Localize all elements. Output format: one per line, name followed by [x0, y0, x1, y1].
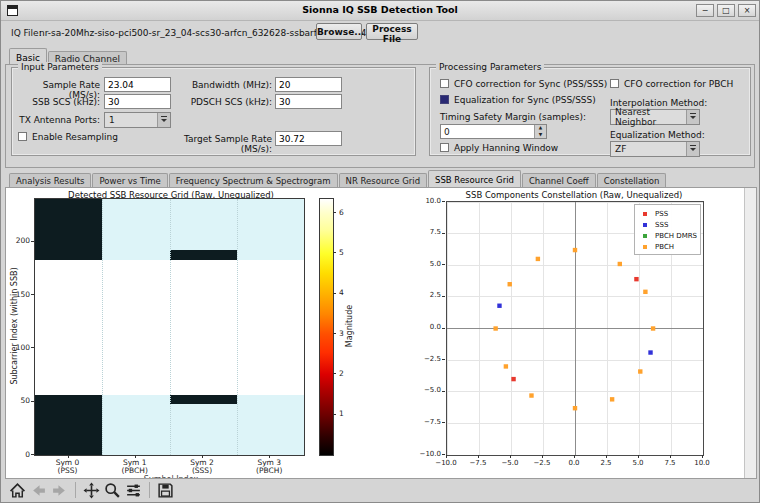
legend-marker-pbch-dmrs — [643, 234, 647, 238]
constellation-legend: PSSSSSPBCH DMRSPBCH — [634, 204, 701, 255]
constellation-ytick-mark — [442, 201, 445, 202]
constellation-xtick-label: −2.5 — [526, 459, 558, 467]
result-tab-bar: Analysis ResultsPower vs TimeFrequency S… — [9, 170, 667, 187]
colorbar-tick-mark — [333, 293, 336, 294]
minimize-button[interactable]: − — [696, 4, 714, 17]
heatmap-xtick-label: Sym 0(PSS) — [34, 459, 101, 475]
legend-label: PBCH DMRS — [655, 232, 697, 240]
constellation-xtick-label: −5.0 — [494, 459, 526, 467]
canvas-scrollbar[interactable] — [744, 188, 756, 478]
heatmap-cell-sym-0-occupied — [35, 260, 102, 395]
scatter-point-pbch — [610, 397, 614, 401]
constellation-xtick-label: 10.0 — [686, 459, 718, 467]
enable-resampling-checkbox[interactable] — [18, 132, 27, 141]
tab-nr-resource-grid[interactable]: NR Resource Grid — [339, 173, 428, 187]
hanning-window-label: Apply Hanning Window — [454, 143, 558, 153]
constellation-xtick-mark — [702, 455, 703, 458]
colorbar-tick-mark — [333, 333, 336, 334]
pdsch-scs-input[interactable] — [275, 94, 342, 109]
equalization-sync-checkbox[interactable] — [440, 95, 449, 104]
toolbar-back-icon[interactable] — [30, 482, 47, 499]
constellation-xtick-label: −7.5 — [462, 459, 494, 467]
tab-power-vs-time[interactable]: Power vs Time — [92, 173, 167, 187]
equalization-method-select[interactable]: ZF — [610, 141, 700, 157]
toolbar-forward-icon[interactable] — [51, 482, 68, 499]
toolbar-zoom-icon[interactable] — [104, 482, 121, 499]
legend-label: PSS — [655, 210, 668, 218]
plot-toolbar — [1, 479, 759, 501]
tab-analysis-results[interactable]: Analysis Results — [9, 173, 91, 187]
heatmap-cell-sym-0-zero — [35, 199, 102, 260]
scatter-point-pbch — [504, 364, 508, 368]
cfo-pbch-label: CFO correction for PBCH — [624, 79, 733, 89]
scatter-point-sss — [497, 304, 501, 308]
legend-marker-sss — [643, 223, 647, 227]
heatmap-ytick-label: 200 — [8, 236, 30, 245]
scatter-point-pbch — [643, 290, 647, 294]
heatmap-ytick-label: 50 — [8, 396, 30, 405]
colorbar-tick-label: 6 — [339, 208, 344, 217]
legend-marker-pss — [643, 212, 647, 216]
constellation-xtick-label: −10.0 — [430, 459, 462, 467]
processing-parameters-title: Processing Parameters — [436, 62, 544, 72]
legend-label: PBCH — [655, 243, 674, 251]
heatmap-ytick-label: 100 — [8, 343, 30, 352]
sample-rate-input[interactable] — [104, 77, 171, 92]
constellation-ytick-label: 10.0 — [410, 197, 441, 206]
interpolation-method-select[interactable]: Nearest Neighbor — [610, 109, 700, 125]
toolbar-save-icon[interactable] — [157, 482, 174, 499]
scatter-point-pbch — [536, 257, 540, 261]
toolbar-configure-subplots-icon[interactable] — [125, 482, 142, 499]
heatmap-plot-area[interactable] — [34, 198, 305, 456]
ssb-scs-input[interactable] — [104, 94, 171, 109]
colorbar-tick-label: 5 — [339, 248, 344, 257]
heatmap-cell-sym-1-empty — [102, 199, 169, 260]
heatmap-cell-sym-2-empty — [170, 199, 237, 250]
scatter-point-pbch — [618, 262, 622, 266]
close-button[interactable]: × — [738, 4, 756, 17]
heatmap-xtick-mark — [135, 455, 136, 458]
legend-label: SSS — [655, 221, 668, 229]
hanning-window-checkbox[interactable] — [440, 143, 449, 152]
tab-channel-coeff[interactable]: Channel Coeff — [522, 173, 596, 187]
heatmap-ytick-mark — [31, 401, 34, 402]
browse-button[interactable]: Browse... — [316, 23, 362, 40]
tx-antenna-ports-select[interactable]: 1 — [104, 112, 171, 128]
cfo-sync-label: CFO correction for Sync (PSS/SSS) — [454, 79, 607, 89]
heatmap-ytick-mark — [31, 347, 34, 348]
scatter-point-pbch — [651, 326, 655, 330]
constellation-xtick-mark — [542, 455, 543, 458]
timing-margin-value: 0 — [441, 125, 534, 138]
constellation-xtick-mark — [478, 455, 479, 458]
heatmap-gridline — [237, 199, 238, 455]
heatmap-xtick-mark — [269, 455, 270, 458]
spinbox-arrows-icon[interactable]: ▲▼ — [534, 125, 546, 138]
maximize-button[interactable]: □ — [717, 4, 735, 17]
bandwidth-input[interactable] — [275, 77, 342, 92]
heatmap-ytick-mark — [31, 294, 34, 295]
equalization-method-label: Equalization Method: — [610, 130, 740, 140]
toolbar-home-icon[interactable] — [9, 482, 26, 499]
colorbar-tick-label: 1 — [339, 409, 344, 418]
constellation-title: SSB Components Constellation (Raw, Unequ… — [446, 190, 702, 200]
timing-margin-spinbox[interactable]: 0 ▲▼ — [440, 124, 547, 139]
process-file-button[interactable]: Process File — [366, 23, 418, 40]
tab-constellation[interactable]: Constellation — [597, 173, 667, 187]
cfo-sync-checkbox[interactable] — [440, 79, 449, 88]
heatmap-gridline — [102, 199, 103, 455]
heatmap-cell-sym-1-occupied — [102, 260, 169, 395]
title-bar[interactable]: Sionna IQ SSB Detection Tool − □ × — [1, 1, 759, 21]
toolbar-separator — [149, 482, 150, 498]
heatmap-xtick-mark — [68, 455, 69, 458]
colorbar-tick-label: 2 — [339, 369, 344, 378]
constellation-ytick-label: 7.5 — [410, 228, 441, 237]
constellation-xtick-label: 7.5 — [654, 459, 686, 467]
heatmap-gridline — [170, 199, 171, 455]
cfo-pbch-checkbox[interactable] — [610, 79, 619, 88]
tab-ssb-resource-grid[interactable]: SSB Resource Grid — [428, 170, 521, 187]
tab-frequency-spectrum-spectrogram[interactable]: Frequency Spectrum & Spectrogram — [169, 173, 338, 187]
legend-item-pbch-dmrs: PBCH DMRS — [635, 230, 700, 241]
constellation-ytick-mark — [442, 328, 445, 329]
target-sample-rate-input[interactable] — [275, 131, 342, 146]
toolbar-pan-icon[interactable] — [83, 482, 100, 499]
